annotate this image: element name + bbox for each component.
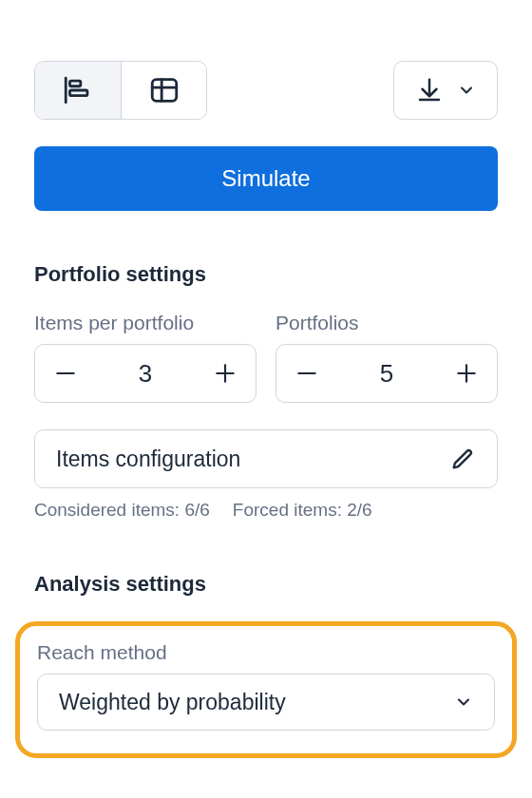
top-toolbar <box>34 61 498 120</box>
chevron-down-icon <box>457 81 476 100</box>
pencil-icon <box>449 446 476 472</box>
reach-method-highlight: Reach method Weighted by probability <box>15 621 517 758</box>
items-per-portfolio-label: Items per portfolio <box>34 312 256 334</box>
chart-view-button[interactable] <box>35 62 121 119</box>
items-configuration-stats: Considered items: 6/6 Forced items: 2/6 <box>34 500 498 521</box>
plus-icon <box>454 361 479 386</box>
items-per-portfolio-increment[interactable] <box>200 349 250 398</box>
items-configuration-button[interactable]: Items configuration <box>34 429 498 488</box>
items-configuration-label: Items configuration <box>56 446 240 472</box>
forced-items-text: Forced items: 2/6 <box>233 500 372 521</box>
table-view-button[interactable] <box>121 62 206 119</box>
portfolios-label: Portfolios <box>276 312 498 334</box>
minus-icon <box>294 361 319 386</box>
reach-method-value: Weighted by probability <box>59 690 286 715</box>
portfolios-field: Portfolios 5 <box>276 312 498 403</box>
portfolio-settings-header: Portfolio settings <box>34 262 498 287</box>
simulate-button[interactable]: Simulate <box>34 146 498 211</box>
download-icon <box>415 76 444 104</box>
minus-icon <box>53 361 78 386</box>
items-per-portfolio-field: Items per portfolio 3 <box>34 312 256 403</box>
portfolios-decrement[interactable] <box>282 349 332 398</box>
considered-items-text: Considered items: 6/6 <box>34 500 210 521</box>
view-toggle <box>34 61 207 120</box>
svg-rect-1 <box>70 90 87 96</box>
bar-chart-icon <box>62 74 94 106</box>
reach-method-select[interactable]: Weighted by probability <box>37 674 495 731</box>
analysis-settings-header: Analysis settings <box>34 572 498 597</box>
items-per-portfolio-decrement[interactable] <box>41 349 90 398</box>
items-per-portfolio-value: 3 <box>139 359 152 389</box>
settings-panel: Simulate Portfolio settings Items per po… <box>0 0 532 798</box>
portfolios-stepper: 5 <box>276 344 498 403</box>
portfolio-steppers-row: Items per portfolio 3 Portfolios <box>34 312 498 403</box>
items-per-portfolio-stepper: 3 <box>34 344 256 403</box>
chevron-down-icon <box>454 693 473 712</box>
svg-rect-2 <box>152 80 177 102</box>
svg-rect-0 <box>70 81 81 86</box>
table-icon <box>148 74 180 106</box>
download-menu-button[interactable] <box>393 61 498 120</box>
plus-icon <box>213 361 238 386</box>
portfolios-value: 5 <box>380 359 393 389</box>
portfolios-increment[interactable] <box>442 349 491 398</box>
reach-method-label: Reach method <box>37 641 495 664</box>
